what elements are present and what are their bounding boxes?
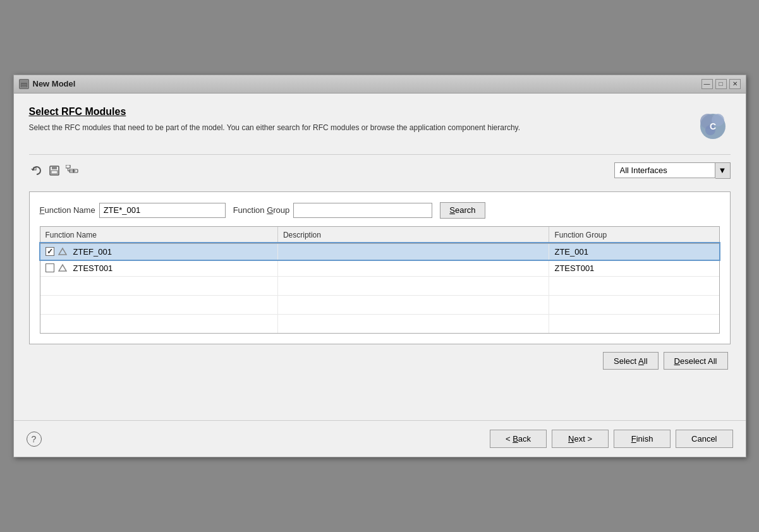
row1-checkbox[interactable]: ✓ (46, 247, 54, 256)
row1-checkbox-cell: ✓ ZTEF_001 (46, 247, 272, 257)
minimize-button[interactable]: — (701, 79, 713, 89)
row2-function-name: ZTEST001 (73, 263, 113, 273)
dropdown-arrow-icon[interactable]: ▼ (715, 162, 731, 179)
header-section: Select RFC Modules Select the RFC module… (29, 106, 731, 144)
toolbar-icons (29, 163, 80, 178)
title-bar-controls: — □ ✕ (701, 79, 741, 89)
table-row[interactable]: ✓ ZTEF_001 (40, 243, 719, 260)
hierarchy-icon-button[interactable] (64, 163, 80, 178)
results-table: Function Name Description Function Group (40, 227, 719, 334)
toolbar: All Interfaces RFC BAPI ▼ (29, 162, 731, 179)
help-icon-button[interactable]: ? (27, 432, 42, 447)
table-header-row: Function Name Description Function Group (40, 227, 719, 244)
interfaces-select[interactable]: All Interfaces RFC BAPI (614, 162, 715, 178)
row2-checkbox-cell: ZTEST001 (46, 263, 272, 273)
function-name-label: Function Name (40, 205, 95, 215)
svg-rect-14 (66, 165, 70, 168)
row2-function-name-cell: ZTEST001 (40, 260, 278, 276)
search-button[interactable]: Search (440, 202, 485, 219)
function-group-label: Function Group (233, 205, 290, 215)
empty-row (40, 276, 719, 295)
header-text: Select RFC Modules Select the RFC module… (29, 106, 693, 133)
svg-text:C: C (709, 121, 715, 131)
page-title: Select RFC Modules (29, 106, 693, 118)
save-icon-button[interactable] (47, 163, 62, 178)
row2-checkbox[interactable] (46, 263, 54, 272)
deselect-all-button[interactable]: Deselect All (664, 352, 728, 370)
main-content: Select RFC Modules Select the RFC module… (14, 94, 746, 383)
maximize-button[interactable]: □ (715, 79, 727, 89)
close-button[interactable]: ✕ (729, 79, 741, 89)
window-icon (19, 79, 29, 89)
col-header-function-name: Function Name (40, 227, 278, 244)
empty-row (40, 314, 719, 333)
title-bar-left: New Model (19, 79, 76, 89)
cancel-button[interactable]: Cancel (676, 430, 732, 448)
function-name-input[interactable] (99, 203, 226, 218)
search-panel: Function Name Function Group Search (29, 191, 731, 345)
col-header-description: Description (277, 227, 549, 244)
svg-marker-21 (59, 248, 66, 255)
row1-function-name-cell: ✓ ZTEF_001 (40, 243, 278, 260)
row1-function-group: ZTE_001 (549, 243, 719, 260)
interfaces-dropdown[interactable]: All Interfaces RFC BAPI ▼ (614, 162, 731, 179)
row1-func-icon (58, 247, 70, 256)
function-group-field: Function Group (233, 203, 433, 218)
row1-function-name: ZTEF_001 (73, 247, 112, 257)
header-divider (29, 154, 731, 155)
results-table-container: Function Name Description Function Group (40, 226, 720, 334)
function-group-input[interactable] (293, 203, 432, 218)
col-header-function-group: Function Group (549, 227, 719, 244)
back-button[interactable]: < Back (490, 430, 547, 448)
select-all-button[interactable]: Select All (603, 352, 658, 370)
main-window: New Model — □ ✕ Select RFC Modules Selec… (13, 75, 746, 458)
function-name-field: Function Name (40, 203, 226, 218)
sap-logo-icon: C (693, 106, 731, 144)
actions-row: Select All Deselect All (29, 352, 731, 370)
empty-row (40, 295, 719, 314)
row2-func-icon (58, 263, 70, 272)
bottom-section: ? < Back Next > Finish Cancel (14, 420, 746, 457)
table-row[interactable]: ZTEST001 ZTEST001 (40, 260, 719, 276)
svg-rect-12 (52, 166, 57, 169)
row2-description (277, 260, 549, 276)
svg-rect-1 (20, 80, 28, 83)
next-button[interactable]: Next > (552, 430, 609, 448)
window-title: New Model (33, 79, 76, 88)
nav-buttons: < Back Next > Finish Cancel (490, 430, 733, 448)
svg-marker-22 (59, 265, 66, 271)
row2-function-group: ZTEST001 (549, 260, 719, 276)
page-description: Select the RFC modules that need to be p… (29, 123, 693, 133)
title-bar: New Model — □ ✕ (14, 75, 746, 94)
refresh-icon-button[interactable] (29, 163, 44, 178)
row1-description (277, 243, 549, 260)
search-fields-row: Function Name Function Group Search (40, 202, 720, 219)
svg-rect-13 (51, 171, 58, 174)
finish-button[interactable]: Finish (614, 430, 671, 448)
